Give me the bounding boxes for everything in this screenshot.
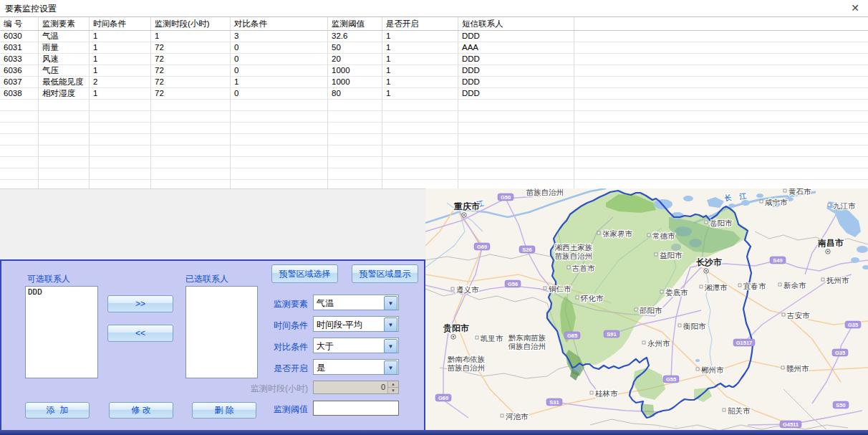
table-cell[interactable]: 72 <box>151 88 231 99</box>
table-row[interactable]: 6033风速1720201DDD <box>0 54 868 65</box>
column-header[interactable]: 监测时段(小时) <box>151 17 231 30</box>
column-header[interactable]: 编 号 <box>0 17 39 30</box>
column-header[interactable] <box>574 17 868 30</box>
table-cell[interactable]: 0 <box>231 65 328 76</box>
table-cell[interactable]: 1 <box>90 88 151 99</box>
list-item[interactable]: DDD <box>26 287 97 297</box>
table-cell[interactable]: 1 <box>382 31 458 42</box>
table-cell[interactable]: 雨量 <box>39 42 90 53</box>
table-cell[interactable]: 2 <box>90 77 151 87</box>
column-header[interactable]: 时间条件 <box>90 17 151 30</box>
table-cell[interactable]: 32.6 <box>328 31 382 42</box>
column-header[interactable]: 监测要素 <box>39 17 90 30</box>
modify-button[interactable]: 修 改 <box>109 402 173 419</box>
column-header[interactable]: 对比条件 <box>231 17 328 30</box>
table-cell[interactable]: DDD <box>458 31 574 42</box>
enabled-combo[interactable]: 是 ▼ <box>313 359 399 375</box>
table-cell[interactable]: 1 <box>382 77 458 87</box>
table-cell[interactable]: 72 <box>151 65 231 76</box>
table-cell[interactable]: 1 <box>151 31 231 42</box>
table-cell[interactable]: 1 <box>382 65 458 76</box>
region-label: 苗族自治州 <box>526 188 564 196</box>
table-cell[interactable]: 气温 <box>39 31 90 42</box>
table-row[interactable]: 6037最低能见度272110001DDD <box>0 77 868 88</box>
table-cell[interactable] <box>574 54 868 64</box>
selected-contacts-label: 已选联系人 <box>185 273 228 285</box>
table-cell[interactable]: 80 <box>328 88 382 99</box>
table-cell[interactable]: 0 <box>231 88 328 99</box>
column-header[interactable]: 监测阈值 <box>328 17 382 30</box>
table-cell[interactable] <box>574 88 868 99</box>
time-condition-combo[interactable]: 时间段-平均 ▼ <box>313 316 399 332</box>
table-cell[interactable]: 风速 <box>39 54 90 64</box>
table-cell[interactable]: 50 <box>328 42 382 53</box>
table-cell[interactable]: DDD <box>458 77 574 87</box>
table-cell[interactable]: DDD <box>458 65 574 76</box>
table-cell[interactable]: 72 <box>151 42 231 53</box>
table-cell[interactable]: 72 <box>151 77 231 87</box>
svg-text:G56: G56 <box>508 281 518 287</box>
close-icon[interactable]: ✕ <box>851 3 859 13</box>
table-cell[interactable]: 6036 <box>0 65 39 76</box>
table-cell[interactable]: 72 <box>151 54 231 64</box>
enabled-label: 是否开启 <box>208 363 308 375</box>
table-cell[interactable] <box>574 65 868 76</box>
period-spinner[interactable]: 0 ▲ ▼ <box>313 381 399 394</box>
table-cell[interactable]: 0 <box>231 54 328 64</box>
table-cell <box>574 157 868 168</box>
table-cell[interactable]: 1 <box>231 77 328 87</box>
table-cell <box>231 100 328 110</box>
table-cell[interactable] <box>574 31 868 42</box>
column-header[interactable]: 是否开启 <box>382 17 458 30</box>
table-cell[interactable] <box>574 77 868 87</box>
element-combo[interactable]: 气温 ▼ <box>313 295 399 310</box>
table-cell[interactable]: 1 <box>90 31 151 42</box>
warning-area-show-button[interactable]: 预警区域显示 <box>352 264 418 283</box>
spin-up-icon[interactable]: ▲ <box>387 381 398 388</box>
map-view[interactable]: G50G69S26G56G65S91S49G55G1517G35G35S31G6… <box>425 188 868 432</box>
chevron-down-icon[interactable]: ▼ <box>384 317 397 332</box>
table-cell[interactable]: 6033 <box>0 54 39 64</box>
table-row[interactable]: 6030气温11332.61DDD <box>0 31 868 42</box>
move-left-button[interactable]: << <box>107 325 173 342</box>
table-cell[interactable]: DDD <box>458 54 574 64</box>
table-cell[interactable]: 1 <box>382 54 458 64</box>
table-cell[interactable]: 1 <box>382 42 458 53</box>
chevron-down-icon[interactable]: ▼ <box>384 339 397 353</box>
table-cell[interactable]: 1 <box>90 65 151 76</box>
chevron-down-icon[interactable]: ▼ <box>384 296 397 310</box>
table-header-row[interactable]: 编 号监测要素时间条件监测时段(小时)对比条件监测阈值是否开启短信联系人 <box>0 17 868 31</box>
table-cell[interactable]: 1000 <box>328 65 382 76</box>
table-cell[interactable]: 6037 <box>0 77 39 87</box>
column-header[interactable]: 短信联系人 <box>458 17 574 30</box>
table-cell <box>231 157 328 168</box>
table-cell[interactable]: 6031 <box>0 42 39 53</box>
delete-button[interactable]: 删 除 <box>192 402 256 419</box>
table-cell[interactable]: 1 <box>382 88 458 99</box>
table-row[interactable]: 6038相对湿度1720801DDD <box>0 88 868 100</box>
table-cell[interactable]: 3 <box>231 31 328 42</box>
table-cell[interactable]: AAA <box>458 42 574 53</box>
table-cell[interactable]: 气压 <box>39 65 90 76</box>
table-cell[interactable]: 1 <box>90 54 151 64</box>
table-cell[interactable] <box>574 42 868 53</box>
table-cell[interactable]: 6038 <box>0 88 39 99</box>
table-cell[interactable]: 1 <box>90 42 151 53</box>
table-cell[interactable]: 0 <box>231 42 328 53</box>
table-cell[interactable]: 最低能见度 <box>39 77 90 87</box>
table-cell[interactable]: DDD <box>458 88 574 99</box>
table-cell[interactable]: 1000 <box>328 77 382 87</box>
table-row[interactable]: 6031雨量1720501AAA <box>0 42 868 54</box>
chevron-down-icon[interactable]: ▼ <box>384 360 397 375</box>
table-cell[interactable]: 相对湿度 <box>39 88 90 99</box>
add-button[interactable]: 添 加 <box>25 402 90 419</box>
table-cell[interactable]: 6030 <box>0 31 39 42</box>
compare-condition-combo[interactable]: 大于 ▼ <box>313 338 399 353</box>
threshold-input[interactable] <box>313 401 399 416</box>
warning-area-select-button[interactable]: 预警区域选择 <box>271 264 338 283</box>
available-contacts-list[interactable]: DDD <box>25 286 98 378</box>
table-row[interactable]: 6036气压172010001DDD <box>0 65 868 77</box>
move-right-button[interactable]: >> <box>107 295 173 312</box>
spin-down-icon[interactable]: ▼ <box>387 388 398 393</box>
table-cell[interactable]: 20 <box>328 54 382 64</box>
